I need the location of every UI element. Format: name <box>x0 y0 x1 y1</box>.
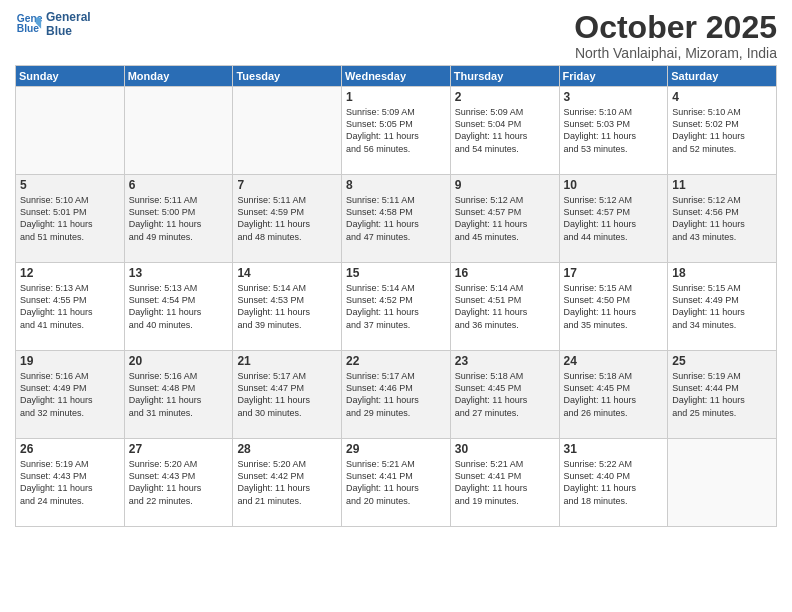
calendar-cell: 23Sunrise: 5:18 AM Sunset: 4:45 PM Dayli… <box>450 351 559 439</box>
title-block: October 2025 North Vanlaiphai, Mizoram, … <box>574 10 777 61</box>
calendar-cell: 8Sunrise: 5:11 AM Sunset: 4:58 PM Daylig… <box>342 175 451 263</box>
calendar-cell <box>668 439 777 527</box>
day-number: 21 <box>237 354 337 368</box>
day-number: 1 <box>346 90 446 104</box>
calendar-cell: 11Sunrise: 5:12 AM Sunset: 4:56 PM Dayli… <box>668 175 777 263</box>
calendar-cell: 30Sunrise: 5:21 AM Sunset: 4:41 PM Dayli… <box>450 439 559 527</box>
logo-line1: General <box>46 10 91 24</box>
day-number: 11 <box>672 178 772 192</box>
calendar-cell: 20Sunrise: 5:16 AM Sunset: 4:48 PM Dayli… <box>124 351 233 439</box>
weekday-header-wednesday: Wednesday <box>342 66 451 87</box>
cell-daylight-info: Sunrise: 5:13 AM Sunset: 4:54 PM Dayligh… <box>129 282 229 331</box>
calendar-cell: 6Sunrise: 5:11 AM Sunset: 5:00 PM Daylig… <box>124 175 233 263</box>
calendar-cell: 19Sunrise: 5:16 AM Sunset: 4:49 PM Dayli… <box>16 351 125 439</box>
calendar-cell: 31Sunrise: 5:22 AM Sunset: 4:40 PM Dayli… <box>559 439 668 527</box>
day-number: 26 <box>20 442 120 456</box>
day-number: 16 <box>455 266 555 280</box>
cell-daylight-info: Sunrise: 5:10 AM Sunset: 5:01 PM Dayligh… <box>20 194 120 243</box>
calendar-week-row-5: 26Sunrise: 5:19 AM Sunset: 4:43 PM Dayli… <box>16 439 777 527</box>
cell-daylight-info: Sunrise: 5:09 AM Sunset: 5:05 PM Dayligh… <box>346 106 446 155</box>
weekday-header-friday: Friday <box>559 66 668 87</box>
cell-daylight-info: Sunrise: 5:20 AM Sunset: 4:42 PM Dayligh… <box>237 458 337 507</box>
calendar-cell: 21Sunrise: 5:17 AM Sunset: 4:47 PM Dayli… <box>233 351 342 439</box>
calendar-cell: 17Sunrise: 5:15 AM Sunset: 4:50 PM Dayli… <box>559 263 668 351</box>
weekday-header-row: SundayMondayTuesdayWednesdayThursdayFrid… <box>16 66 777 87</box>
day-number: 19 <box>20 354 120 368</box>
day-number: 24 <box>564 354 664 368</box>
calendar-cell: 1Sunrise: 5:09 AM Sunset: 5:05 PM Daylig… <box>342 87 451 175</box>
cell-daylight-info: Sunrise: 5:11 AM Sunset: 5:00 PM Dayligh… <box>129 194 229 243</box>
cell-daylight-info: Sunrise: 5:11 AM Sunset: 4:58 PM Dayligh… <box>346 194 446 243</box>
calendar-cell: 12Sunrise: 5:13 AM Sunset: 4:55 PM Dayli… <box>16 263 125 351</box>
day-number: 13 <box>129 266 229 280</box>
cell-daylight-info: Sunrise: 5:20 AM Sunset: 4:43 PM Dayligh… <box>129 458 229 507</box>
calendar-cell: 13Sunrise: 5:13 AM Sunset: 4:54 PM Dayli… <box>124 263 233 351</box>
day-number: 6 <box>129 178 229 192</box>
location-subtitle: North Vanlaiphai, Mizoram, India <box>574 45 777 61</box>
calendar-cell: 9Sunrise: 5:12 AM Sunset: 4:57 PM Daylig… <box>450 175 559 263</box>
calendar-cell: 5Sunrise: 5:10 AM Sunset: 5:01 PM Daylig… <box>16 175 125 263</box>
calendar-cell: 15Sunrise: 5:14 AM Sunset: 4:52 PM Dayli… <box>342 263 451 351</box>
cell-daylight-info: Sunrise: 5:15 AM Sunset: 4:50 PM Dayligh… <box>564 282 664 331</box>
cell-daylight-info: Sunrise: 5:17 AM Sunset: 4:47 PM Dayligh… <box>237 370 337 419</box>
logo-icon: General Blue <box>15 10 43 38</box>
cell-daylight-info: Sunrise: 5:18 AM Sunset: 4:45 PM Dayligh… <box>455 370 555 419</box>
cell-daylight-info: Sunrise: 5:10 AM Sunset: 5:03 PM Dayligh… <box>564 106 664 155</box>
calendar-cell: 29Sunrise: 5:21 AM Sunset: 4:41 PM Dayli… <box>342 439 451 527</box>
cell-daylight-info: Sunrise: 5:12 AM Sunset: 4:57 PM Dayligh… <box>455 194 555 243</box>
cell-daylight-info: Sunrise: 5:14 AM Sunset: 4:52 PM Dayligh… <box>346 282 446 331</box>
header: General Blue General Blue October 2025 N… <box>15 10 777 61</box>
day-number: 9 <box>455 178 555 192</box>
day-number: 14 <box>237 266 337 280</box>
calendar-cell: 14Sunrise: 5:14 AM Sunset: 4:53 PM Dayli… <box>233 263 342 351</box>
calendar-cell <box>124 87 233 175</box>
cell-daylight-info: Sunrise: 5:13 AM Sunset: 4:55 PM Dayligh… <box>20 282 120 331</box>
cell-daylight-info: Sunrise: 5:19 AM Sunset: 4:44 PM Dayligh… <box>672 370 772 419</box>
page-container: General Blue General Blue October 2025 N… <box>0 0 792 612</box>
cell-daylight-info: Sunrise: 5:22 AM Sunset: 4:40 PM Dayligh… <box>564 458 664 507</box>
calendar-cell: 22Sunrise: 5:17 AM Sunset: 4:46 PM Dayli… <box>342 351 451 439</box>
calendar-week-row-3: 12Sunrise: 5:13 AM Sunset: 4:55 PM Dayli… <box>16 263 777 351</box>
day-number: 18 <box>672 266 772 280</box>
day-number: 4 <box>672 90 772 104</box>
calendar-week-row-2: 5Sunrise: 5:10 AM Sunset: 5:01 PM Daylig… <box>16 175 777 263</box>
cell-daylight-info: Sunrise: 5:19 AM Sunset: 4:43 PM Dayligh… <box>20 458 120 507</box>
calendar-cell <box>16 87 125 175</box>
calendar-week-row-4: 19Sunrise: 5:16 AM Sunset: 4:49 PM Dayli… <box>16 351 777 439</box>
day-number: 25 <box>672 354 772 368</box>
cell-daylight-info: Sunrise: 5:17 AM Sunset: 4:46 PM Dayligh… <box>346 370 446 419</box>
day-number: 10 <box>564 178 664 192</box>
day-number: 23 <box>455 354 555 368</box>
cell-daylight-info: Sunrise: 5:09 AM Sunset: 5:04 PM Dayligh… <box>455 106 555 155</box>
cell-daylight-info: Sunrise: 5:12 AM Sunset: 4:57 PM Dayligh… <box>564 194 664 243</box>
calendar-cell <box>233 87 342 175</box>
month-title: October 2025 <box>574 10 777 45</box>
day-number: 12 <box>20 266 120 280</box>
weekday-header-sunday: Sunday <box>16 66 125 87</box>
calendar-cell: 3Sunrise: 5:10 AM Sunset: 5:03 PM Daylig… <box>559 87 668 175</box>
day-number: 8 <box>346 178 446 192</box>
day-number: 28 <box>237 442 337 456</box>
day-number: 7 <box>237 178 337 192</box>
cell-daylight-info: Sunrise: 5:15 AM Sunset: 4:49 PM Dayligh… <box>672 282 772 331</box>
calendar-table: SundayMondayTuesdayWednesdayThursdayFrid… <box>15 65 777 527</box>
day-number: 29 <box>346 442 446 456</box>
cell-daylight-info: Sunrise: 5:18 AM Sunset: 4:45 PM Dayligh… <box>564 370 664 419</box>
calendar-cell: 2Sunrise: 5:09 AM Sunset: 5:04 PM Daylig… <box>450 87 559 175</box>
calendar-cell: 25Sunrise: 5:19 AM Sunset: 4:44 PM Dayli… <box>668 351 777 439</box>
day-number: 27 <box>129 442 229 456</box>
cell-daylight-info: Sunrise: 5:10 AM Sunset: 5:02 PM Dayligh… <box>672 106 772 155</box>
calendar-cell: 10Sunrise: 5:12 AM Sunset: 4:57 PM Dayli… <box>559 175 668 263</box>
cell-daylight-info: Sunrise: 5:16 AM Sunset: 4:48 PM Dayligh… <box>129 370 229 419</box>
day-number: 20 <box>129 354 229 368</box>
weekday-header-tuesday: Tuesday <box>233 66 342 87</box>
calendar-cell: 4Sunrise: 5:10 AM Sunset: 5:02 PM Daylig… <box>668 87 777 175</box>
calendar-cell: 26Sunrise: 5:19 AM Sunset: 4:43 PM Dayli… <box>16 439 125 527</box>
calendar-cell: 28Sunrise: 5:20 AM Sunset: 4:42 PM Dayli… <box>233 439 342 527</box>
day-number: 22 <box>346 354 446 368</box>
svg-text:Blue: Blue <box>17 24 40 35</box>
day-number: 2 <box>455 90 555 104</box>
cell-daylight-info: Sunrise: 5:11 AM Sunset: 4:59 PM Dayligh… <box>237 194 337 243</box>
calendar-cell: 24Sunrise: 5:18 AM Sunset: 4:45 PM Dayli… <box>559 351 668 439</box>
calendar-cell: 7Sunrise: 5:11 AM Sunset: 4:59 PM Daylig… <box>233 175 342 263</box>
